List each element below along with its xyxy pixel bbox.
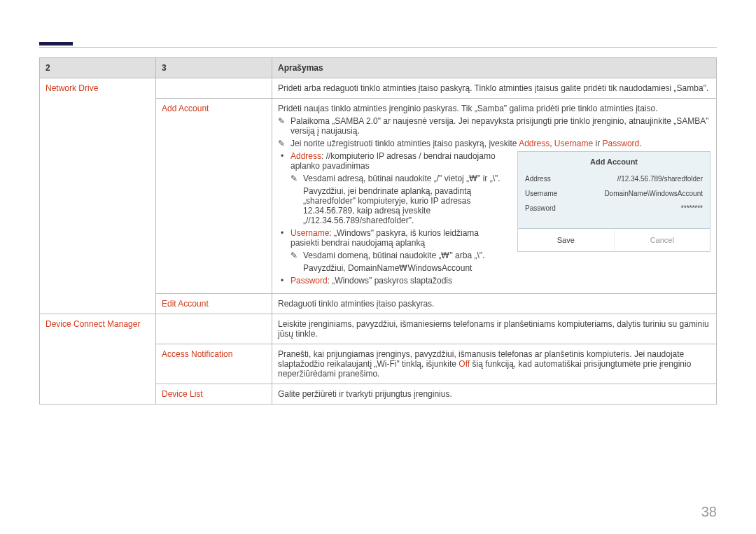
dcm-label: Device Connect Manager <box>40 314 156 405</box>
note-list: Palaikoma „SAMBA 2.0" ar naujesnė versij… <box>278 116 710 148</box>
header-col3: Aprašymas <box>272 58 717 78</box>
save-button[interactable]: Save <box>518 229 614 251</box>
table-header-row: 2 3 Aprašymas <box>40 58 717 78</box>
address-field-desc: Address: //kompiuterio IP adresas / bend… <box>290 151 507 225</box>
dialog-address-label: Address <box>525 175 574 183</box>
username-sublist: Vesdami domeną, būtinai naudokite „₩" ar… <box>290 251 507 260</box>
page-number: 38 <box>701 504 717 520</box>
table-row: Device Connect Manager Leiskite įrengini… <box>40 314 717 344</box>
dialog-address-value: //12.34.56.789/sharedfolder <box>574 175 703 183</box>
dcm-desc: Leiskite įrenginiams, pavyzdžiui, išmani… <box>272 314 717 344</box>
add-account-text1: Pridėti naujas tinklo atminties įrengini… <box>278 104 710 113</box>
address-sublist: Vesdami adresą, būtinai naudokite „/" vi… <box>290 174 507 183</box>
header-accent <box>39 42 73 45</box>
header-col1: 2 <box>40 58 156 78</box>
access-notif-desc: Pranešti, kai prijungiamas įrenginys, pa… <box>272 344 717 384</box>
bullet-list: Address: //kompiuterio IP adresas / bend… <box>278 151 507 286</box>
note-item: Palaikoma „SAMBA 2.0" ar naujesnė versij… <box>290 116 710 136</box>
dialog-button-row: Save Cancel <box>518 228 710 251</box>
settings-table: 2 3 Aprašymas Network Drive Pridėti arba… <box>39 57 717 405</box>
address-sub1: Vesdami adresą, būtinai naudokite „/" vi… <box>303 174 507 183</box>
username-field-desc: Username: „Windows" paskyra, iš kurios l… <box>290 228 507 273</box>
dialog-username-label: Username <box>525 190 574 197</box>
dialog-row-username: Username DomainName\WindowsAccount <box>518 186 710 201</box>
header-line <box>39 47 717 48</box>
edit-account-label: Edit Account <box>156 294 272 314</box>
note-item: Jei norite užregistruoti tinklo atmintie… <box>290 139 710 148</box>
network-drive-label: Network Drive <box>40 78 156 314</box>
add-account-label: Add Account <box>156 99 272 294</box>
field-descriptions: Address: //kompiuterio IP adresas / bend… <box>278 151 507 286</box>
add-account-desc: Pridėti naujas tinklo atminties įrengini… <box>272 99 717 294</box>
header-col2: 3 <box>156 58 272 78</box>
username-sub1: Vesdami domeną, būtinai naudokite „₩" ar… <box>303 251 507 260</box>
dialog-username-value: DomainName\WindowsAccount <box>574 190 703 197</box>
network-drive-desc: Pridėti arba redaguoti tinklo atminties … <box>272 78 717 99</box>
address-sub2: Pavyzdžiui, jei bendrinate aplanką, pava… <box>290 186 507 225</box>
dialog-title: Add Account <box>518 152 710 171</box>
add-account-dialog: Add Account Address //12.34.56.789/share… <box>517 151 710 252</box>
empty-cell <box>156 314 272 344</box>
main-content: 2 3 Aprašymas Network Drive Pridėti arba… <box>39 57 717 405</box>
device-list-label: Device List <box>156 384 272 405</box>
password-field-desc: Password: „Windows" paskyros slaptažodis <box>290 276 507 286</box>
username-sub2: Pavyzdžiui, DomainName₩WindowsAccount <box>290 263 507 273</box>
access-notif-label: Access Notification <box>156 344 272 384</box>
dialog-row-address: Address //12.34.56.789/sharedfolder <box>518 171 710 186</box>
cancel-button[interactable]: Cancel <box>614 229 710 251</box>
empty-cell <box>156 78 272 99</box>
table-row: Network Drive Pridėti arba redaguoti tin… <box>40 78 717 99</box>
dialog-row-password: Password ******** <box>518 201 710 216</box>
edit-account-desc: Redaguoti tinklo atminties įtaiso paskyr… <box>272 294 717 314</box>
dialog-password-value: ******** <box>574 204 703 212</box>
device-list-desc: Galite peržiūrėti ir tvarkyti prijungtus… <box>272 384 717 405</box>
dialog-password-label: Password <box>525 204 574 212</box>
